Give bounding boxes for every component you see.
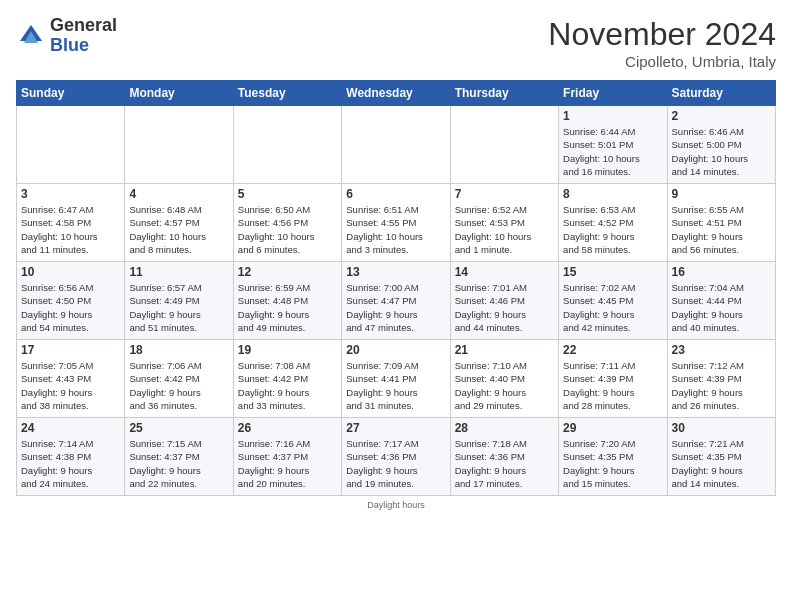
day-number: 23 (672, 343, 771, 357)
day-info: Sunrise: 6:46 AMSunset: 5:00 PMDaylight:… (672, 125, 771, 178)
logo-blue-text: Blue (50, 36, 117, 56)
day-number: 20 (346, 343, 445, 357)
day-info: Sunrise: 7:21 AMSunset: 4:35 PMDaylight:… (672, 437, 771, 490)
calendar-cell: 11Sunrise: 6:57 AMSunset: 4:49 PMDayligh… (125, 262, 233, 340)
calendar-cell: 19Sunrise: 7:08 AMSunset: 4:42 PMDayligh… (233, 340, 341, 418)
day-info: Sunrise: 6:51 AMSunset: 4:55 PMDaylight:… (346, 203, 445, 256)
day-info: Sunrise: 7:18 AMSunset: 4:36 PMDaylight:… (455, 437, 554, 490)
day-number: 10 (21, 265, 120, 279)
day-info: Sunrise: 6:50 AMSunset: 4:56 PMDaylight:… (238, 203, 337, 256)
calendar-cell: 13Sunrise: 7:00 AMSunset: 4:47 PMDayligh… (342, 262, 450, 340)
day-number: 11 (129, 265, 228, 279)
calendar-cell: 3Sunrise: 6:47 AMSunset: 4:58 PMDaylight… (17, 184, 125, 262)
header-saturday: Saturday (667, 81, 775, 106)
day-number: 17 (21, 343, 120, 357)
day-number: 1 (563, 109, 662, 123)
day-info: Sunrise: 7:05 AMSunset: 4:43 PMDaylight:… (21, 359, 120, 412)
calendar-cell (342, 106, 450, 184)
day-number: 2 (672, 109, 771, 123)
day-info: Sunrise: 7:14 AMSunset: 4:38 PMDaylight:… (21, 437, 120, 490)
day-info: Sunrise: 6:53 AMSunset: 4:52 PMDaylight:… (563, 203, 662, 256)
day-info: Sunrise: 7:00 AMSunset: 4:47 PMDaylight:… (346, 281, 445, 334)
day-info: Sunrise: 7:01 AMSunset: 4:46 PMDaylight:… (455, 281, 554, 334)
day-number: 27 (346, 421, 445, 435)
calendar-cell: 18Sunrise: 7:06 AMSunset: 4:42 PMDayligh… (125, 340, 233, 418)
day-number: 18 (129, 343, 228, 357)
page: General Blue November 2024 Cipolleto, Um… (0, 0, 792, 612)
calendar-cell: 24Sunrise: 7:14 AMSunset: 4:38 PMDayligh… (17, 418, 125, 496)
day-number: 21 (455, 343, 554, 357)
calendar-cell: 23Sunrise: 7:12 AMSunset: 4:39 PMDayligh… (667, 340, 775, 418)
day-info: Sunrise: 7:09 AMSunset: 4:41 PMDaylight:… (346, 359, 445, 412)
day-number: 3 (21, 187, 120, 201)
calendar-cell: 5Sunrise: 6:50 AMSunset: 4:56 PMDaylight… (233, 184, 341, 262)
day-info: Sunrise: 6:55 AMSunset: 4:51 PMDaylight:… (672, 203, 771, 256)
calendar-cell: 10Sunrise: 6:56 AMSunset: 4:50 PMDayligh… (17, 262, 125, 340)
calendar-cell: 7Sunrise: 6:52 AMSunset: 4:53 PMDaylight… (450, 184, 558, 262)
day-number: 26 (238, 421, 337, 435)
calendar-week-0: 1Sunrise: 6:44 AMSunset: 5:01 PMDaylight… (17, 106, 776, 184)
calendar-cell: 25Sunrise: 7:15 AMSunset: 4:37 PMDayligh… (125, 418, 233, 496)
header: General Blue November 2024 Cipolleto, Um… (16, 16, 776, 70)
day-number: 4 (129, 187, 228, 201)
logo-icon (16, 21, 46, 51)
footer: Daylight hours (16, 500, 776, 510)
day-number: 12 (238, 265, 337, 279)
day-number: 19 (238, 343, 337, 357)
day-number: 30 (672, 421, 771, 435)
location: Cipolleto, Umbria, Italy (548, 53, 776, 70)
calendar-cell: 30Sunrise: 7:21 AMSunset: 4:35 PMDayligh… (667, 418, 775, 496)
day-number: 28 (455, 421, 554, 435)
header-wednesday: Wednesday (342, 81, 450, 106)
calendar-cell: 28Sunrise: 7:18 AMSunset: 4:36 PMDayligh… (450, 418, 558, 496)
day-info: Sunrise: 6:59 AMSunset: 4:48 PMDaylight:… (238, 281, 337, 334)
calendar-cell (125, 106, 233, 184)
day-number: 25 (129, 421, 228, 435)
calendar-cell: 8Sunrise: 6:53 AMSunset: 4:52 PMDaylight… (559, 184, 667, 262)
day-info: Sunrise: 6:48 AMSunset: 4:57 PMDaylight:… (129, 203, 228, 256)
calendar-week-2: 10Sunrise: 6:56 AMSunset: 4:50 PMDayligh… (17, 262, 776, 340)
calendar-cell: 9Sunrise: 6:55 AMSunset: 4:51 PMDaylight… (667, 184, 775, 262)
calendar-cell: 29Sunrise: 7:20 AMSunset: 4:35 PMDayligh… (559, 418, 667, 496)
day-number: 6 (346, 187, 445, 201)
day-number: 13 (346, 265, 445, 279)
header-thursday: Thursday (450, 81, 558, 106)
day-info: Sunrise: 7:11 AMSunset: 4:39 PMDaylight:… (563, 359, 662, 412)
calendar-cell: 21Sunrise: 7:10 AMSunset: 4:40 PMDayligh… (450, 340, 558, 418)
day-number: 22 (563, 343, 662, 357)
calendar-cell: 12Sunrise: 6:59 AMSunset: 4:48 PMDayligh… (233, 262, 341, 340)
day-info: Sunrise: 7:04 AMSunset: 4:44 PMDaylight:… (672, 281, 771, 334)
day-info: Sunrise: 6:57 AMSunset: 4:49 PMDaylight:… (129, 281, 228, 334)
logo-text: General Blue (50, 16, 117, 56)
month-title: November 2024 (548, 16, 776, 53)
day-info: Sunrise: 7:15 AMSunset: 4:37 PMDaylight:… (129, 437, 228, 490)
calendar-cell (17, 106, 125, 184)
day-info: Sunrise: 6:47 AMSunset: 4:58 PMDaylight:… (21, 203, 120, 256)
day-info: Sunrise: 6:56 AMSunset: 4:50 PMDaylight:… (21, 281, 120, 334)
day-info: Sunrise: 6:44 AMSunset: 5:01 PMDaylight:… (563, 125, 662, 178)
day-number: 24 (21, 421, 120, 435)
day-info: Sunrise: 7:17 AMSunset: 4:36 PMDaylight:… (346, 437, 445, 490)
header-tuesday: Tuesday (233, 81, 341, 106)
calendar-table: Sunday Monday Tuesday Wednesday Thursday… (16, 80, 776, 496)
day-info: Sunrise: 7:16 AMSunset: 4:37 PMDaylight:… (238, 437, 337, 490)
calendar-cell: 14Sunrise: 7:01 AMSunset: 4:46 PMDayligh… (450, 262, 558, 340)
day-number: 9 (672, 187, 771, 201)
day-number: 16 (672, 265, 771, 279)
calendar-cell: 6Sunrise: 6:51 AMSunset: 4:55 PMDaylight… (342, 184, 450, 262)
header-row: Sunday Monday Tuesday Wednesday Thursday… (17, 81, 776, 106)
day-info: Sunrise: 7:20 AMSunset: 4:35 PMDaylight:… (563, 437, 662, 490)
calendar-cell (233, 106, 341, 184)
day-info: Sunrise: 7:10 AMSunset: 4:40 PMDaylight:… (455, 359, 554, 412)
day-info: Sunrise: 7:12 AMSunset: 4:39 PMDaylight:… (672, 359, 771, 412)
day-number: 14 (455, 265, 554, 279)
calendar-week-1: 3Sunrise: 6:47 AMSunset: 4:58 PMDaylight… (17, 184, 776, 262)
calendar-cell: 22Sunrise: 7:11 AMSunset: 4:39 PMDayligh… (559, 340, 667, 418)
calendar-week-4: 24Sunrise: 7:14 AMSunset: 4:38 PMDayligh… (17, 418, 776, 496)
header-sunday: Sunday (17, 81, 125, 106)
day-info: Sunrise: 7:08 AMSunset: 4:42 PMDaylight:… (238, 359, 337, 412)
header-friday: Friday (559, 81, 667, 106)
header-monday: Monday (125, 81, 233, 106)
day-number: 15 (563, 265, 662, 279)
day-number: 8 (563, 187, 662, 201)
